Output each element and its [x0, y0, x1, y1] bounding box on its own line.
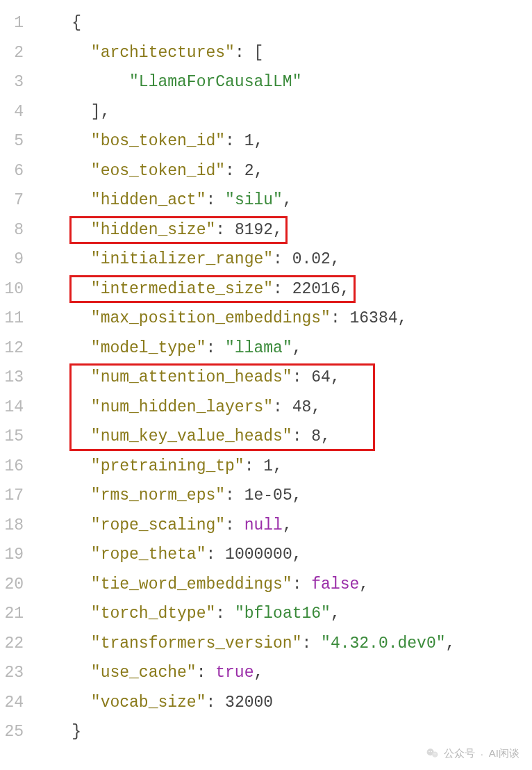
code-line: 19 "rope_theta": 1000000,: [0, 540, 532, 570]
line-number: 13: [0, 368, 33, 386]
code-line: 20 "tie_word_embeddings": false,: [0, 570, 532, 600]
code-line: 14 "num_hidden_layers": 48,: [0, 393, 532, 423]
code-line: 18 "rope_scaling": null,: [0, 511, 532, 541]
code-line: 16 "pretraining_tp": 1,: [0, 452, 532, 482]
code-content: "intermediate_size": 22016,: [33, 280, 350, 298]
code-block: 1 {2 "architectures": [3 "LlamaForCausal…: [0, 0, 532, 755]
code-content: "use_cache": true,: [33, 664, 263, 682]
code-content: ],: [33, 103, 110, 121]
code-content: "max_position_embeddings": 16384,: [33, 309, 407, 327]
svg-point-2: [429, 751, 430, 753]
code-line: 22 "transformers_version": "4.32.0.dev0"…: [0, 629, 532, 659]
line-number: 24: [0, 694, 33, 712]
code-line: 8 "hidden_size": 8192,: [0, 215, 532, 245]
line-number: 17: [0, 486, 33, 505]
code-line: 23 "use_cache": true,: [0, 658, 532, 688]
line-number: 5: [0, 132, 33, 150]
code-content: "torch_dtype": "bfloat16",: [33, 605, 340, 623]
code-content: "rms_norm_eps": 1e-05,: [33, 486, 302, 505]
code-content: "vocab_size": 32000: [33, 694, 273, 712]
code-line: 24 "vocab_size": 32000: [0, 688, 532, 718]
line-number: 4: [0, 103, 33, 121]
code-content: }: [33, 723, 81, 741]
watermark: 公众号 · AI闲谈: [426, 746, 519, 760]
line-number: 1: [0, 14, 33, 32]
line-number: 10: [0, 280, 33, 298]
svg-point-5: [435, 753, 436, 754]
line-number: 22: [0, 634, 33, 653]
code-content: "rope_theta": 1000000,: [33, 546, 302, 564]
line-number: 16: [0, 457, 33, 475]
code-content: "num_key_value_heads": 8,: [33, 427, 331, 445]
code-content: "transformers_version": "4.32.0.dev0",: [33, 634, 455, 653]
line-number: 25: [0, 723, 33, 741]
code-line: 25 }: [0, 717, 532, 747]
code-line: 4 ],: [0, 97, 532, 127]
code-content: {: [33, 14, 81, 32]
line-number: 3: [0, 73, 33, 91]
code-line: 7 "hidden_act": "silu",: [0, 186, 532, 215]
code-content: "initializer_range": 0.02,: [33, 250, 340, 268]
line-number: 14: [0, 398, 33, 416]
line-number: 21: [0, 605, 33, 623]
code-line: 13 "num_attention_heads": 64,: [0, 363, 532, 393]
line-number: 18: [0, 516, 33, 534]
line-number: 15: [0, 427, 33, 445]
code-line: 21 "torch_dtype": "bfloat16",: [0, 599, 532, 629]
line-number: 19: [0, 546, 33, 564]
line-number: 12: [0, 339, 33, 357]
svg-point-4: [433, 753, 434, 754]
code-content: "num_attention_heads": 64,: [33, 368, 340, 386]
code-line: 5 "bos_token_id": 1,: [0, 126, 532, 156]
line-number: 7: [0, 191, 33, 209]
watermark-dot: ·: [481, 748, 483, 760]
code-content: "bos_token_id": 1,: [33, 132, 263, 150]
code-line: 9 "initializer_range": 0.02,: [0, 245, 532, 275]
code-line: 11 "max_position_embeddings": 16384,: [0, 304, 532, 334]
svg-point-3: [431, 751, 432, 753]
code-content: "architectures": [: [33, 44, 263, 62]
code-line: 3 "LlamaForCausalLM": [0, 67, 532, 97]
line-number: 23: [0, 664, 33, 682]
watermark-name: AI闲谈: [489, 747, 519, 760]
wechat-icon: [426, 746, 440, 760]
code-content: "hidden_act": "silu",: [33, 191, 292, 209]
code-line: 17 "rms_norm_eps": 1e-05,: [0, 481, 532, 511]
code-content: "LlamaForCausalLM": [33, 73, 301, 91]
code-line: 1 {: [0, 8, 532, 38]
code-content: "rope_scaling": null,: [33, 516, 292, 534]
svg-point-1: [432, 752, 438, 757]
line-number: 2: [0, 44, 33, 62]
watermark-prefix: 公众号: [444, 747, 475, 760]
code-line: 6 "eos_token_id": 2,: [0, 156, 532, 186]
line-number: 9: [0, 250, 33, 268]
code-line: 15 "num_key_value_heads": 8,: [0, 422, 532, 452]
code-content: "tie_word_embeddings": false,: [33, 575, 369, 593]
code-content: "num_hidden_layers": 48,: [33, 398, 321, 416]
code-line: 12 "model_type": "llama",: [0, 334, 532, 363]
code-content: "eos_token_id": 2,: [33, 162, 263, 180]
line-number: 11: [0, 309, 33, 327]
code-line: 2 "architectures": [: [0, 38, 532, 68]
code-line: 10 "intermediate_size": 22016,: [0, 275, 532, 304]
line-number: 20: [0, 575, 33, 593]
code-content: "pretraining_tp": 1,: [33, 457, 283, 475]
line-number: 8: [0, 221, 33, 239]
line-number: 6: [0, 162, 33, 180]
code-content: "model_type": "llama",: [33, 339, 302, 357]
code-content: "hidden_size": 8192,: [33, 221, 283, 239]
